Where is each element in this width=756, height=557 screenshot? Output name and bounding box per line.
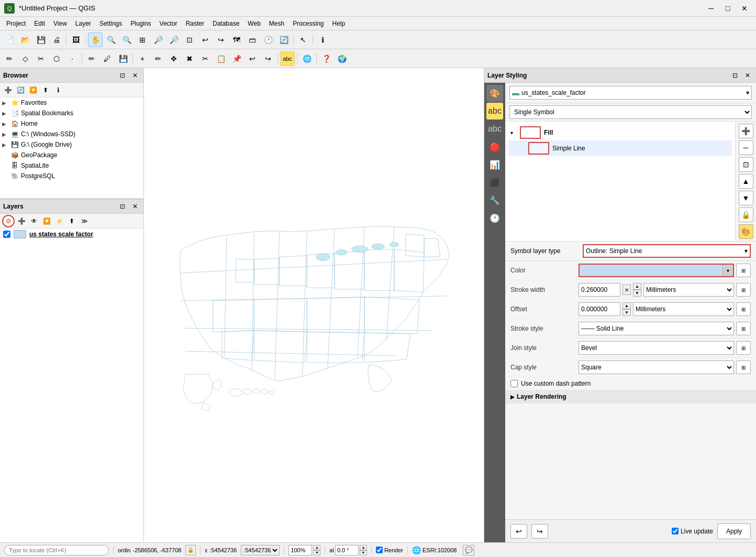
stroke-width-override-btn[interactable]: ⊞ [736,283,751,297]
styling-diagram-btn[interactable]: 📊 [486,156,503,173]
offset-down-btn[interactable]: ▼ [622,309,631,316]
digitize-btn[interactable]: ✏ [2,51,17,66]
custom-dash-checkbox[interactable] [510,380,518,387]
undo-edit-btn[interactable]: ↩ [245,51,260,66]
layers-open-style-btn[interactable]: ⚙ [2,215,15,227]
styling-fields-btn[interactable]: ⬛ [486,174,503,191]
styling-rendering-btn[interactable]: 🔧 [486,192,503,209]
coord-lock-btn[interactable]: 🔒 [185,545,196,555]
stroke-style-select[interactable]: ─── Solid Line - - - Dash Line ··· Dot L… [579,322,734,335]
rotation-input[interactable] [335,545,359,555]
menu-raster[interactable]: Raster [182,19,208,28]
layers-filter-btn[interactable]: 🔽 [41,215,52,227]
move-down-sym-btn[interactable]: ▼ [739,191,753,205]
layer-item-us-states[interactable]: us states scale factor [0,228,143,240]
move-btn[interactable]: ✥ [166,51,181,66]
layers-filter2-btn[interactable]: ⚡ [53,215,65,227]
layers-float-btn[interactable]: ⊡ [117,201,128,212]
symbol-type-select[interactable]: Single Symbol Categorized Graduated Rule… [509,105,752,119]
stroke-width-clear-btn[interactable]: ✕ [622,285,631,295]
styling-close-btn[interactable]: ✕ [742,70,753,81]
messages-btn[interactable]: 💬 [463,545,474,555]
minimize-button[interactable]: ─ [704,3,718,14]
styling-temporal-btn[interactable]: 🕐 [486,210,503,226]
locate-input[interactable] [4,545,109,555]
redo-edit-btn[interactable]: ↪ [261,51,275,66]
zoom-input[interactable] [288,545,312,555]
layer-actions-btn[interactable]: 🌐 [299,51,314,66]
save-as-btn[interactable]: 🖨 [49,32,64,47]
offset-up-btn[interactable]: ▲ [622,302,631,309]
stroke-down-btn[interactable]: ▼ [633,290,641,297]
rotation-down-btn[interactable]: ▼ [360,550,367,555]
layer-visibility-checkbox[interactable] [3,231,10,238]
apply-button[interactable]: Apply [717,523,751,539]
tree-favorites[interactable]: ▶ ⭐ Favorites [0,97,143,108]
time-btn[interactable]: 🕐 [261,32,275,47]
menu-layer[interactable]: Layer [71,19,95,28]
tile-scale-btn[interactable]: 🗃 [245,32,260,47]
stroke-up-btn[interactable]: ▲ [633,283,641,290]
cap-style-override-btn[interactable]: ⊞ [736,361,751,374]
menu-project[interactable]: Project [2,19,30,28]
cut-btn[interactable]: ✂ [198,51,213,66]
color-override-btn[interactable]: ⊞ [736,264,751,277]
open-project-btn[interactable]: 📂 [18,32,32,47]
zoom-layer-btn[interactable]: 🔎 [166,32,181,47]
browser-close-btn[interactable]: ✕ [130,70,140,81]
join-style-override-btn[interactable]: ⊞ [736,341,751,355]
offset-input[interactable] [579,302,620,316]
delete-btn[interactable]: ✖ [182,51,197,66]
save-edit-btn[interactable]: 💾 [116,51,130,66]
stroke-width-unit-select[interactable]: Millimeters Points Pixels [643,283,734,297]
tree-g-drive[interactable]: ▶ 💾 G:\ (Google Drive) [0,139,143,150]
menu-settings[interactable]: Settings [95,19,126,28]
rubber-band-btn[interactable]: ⊞ [135,32,150,47]
tree-spatialite[interactable]: 🗄 SpatiaLite [0,160,143,171]
color-picker[interactable]: ▾ [579,264,734,277]
print-layout-btn[interactable]: 🖼 [69,32,83,47]
styling-paint-btn[interactable]: 🎨 [486,85,503,102]
zoom-up-btn[interactable]: ▲ [313,545,320,550]
globe-btn[interactable]: 🌍 [335,51,349,66]
lock-sym-btn[interactable]: 🔒 [739,207,753,222]
fill-item[interactable]: ▾ Fill [508,125,732,140]
menu-web[interactable]: Web [243,19,264,28]
browser-refresh-btn[interactable]: 🔄 [15,84,26,96]
tree-home[interactable]: ▶ 🏠 Home [0,118,143,129]
live-update-checkbox[interactable] [672,528,679,534]
help-btn[interactable]: ❓ [319,51,333,66]
zoom-out-btn[interactable]: 🔍 [119,32,134,47]
add-sym-btn[interactable]: ➕ [739,124,753,138]
offset-unit-select[interactable]: Millimeters Points Pixels [633,302,734,316]
stroke-width-input[interactable] [579,283,620,297]
layers-show-btn[interactable]: 👁 [28,215,40,227]
browser-float-btn[interactable]: ⊡ [117,70,128,81]
offset-override-btn[interactable]: ⊞ [736,302,751,316]
styling-float-btn[interactable]: ⊡ [730,70,740,81]
point-btn[interactable]: · [65,51,80,66]
new-project-btn[interactable]: 📄 [2,32,17,47]
close-button[interactable]: ✕ [737,3,752,14]
tree-c-drive[interactable]: ▶ 💻 C:\ (Windows-SSD) [0,129,143,139]
select-btn[interactable]: ↖ [296,32,310,47]
refresh2-btn[interactable]: 🔄 [276,32,291,47]
scale-select[interactable]: :54542736 [241,545,280,555]
move-up-sym-btn[interactable]: ▲ [739,174,753,189]
redo-styling-btn[interactable]: ↪ [531,524,548,539]
polygon-btn[interactable]: ⬡ [49,51,64,66]
sym-layer-type-dropdown[interactable]: Outline: Simple Line ▾ [583,244,751,258]
layers-more-btn[interactable]: ≫ [79,215,90,227]
save-project-btn[interactable]: 💾 [34,32,48,47]
rotation-up-btn[interactable]: ▲ [360,545,367,550]
pan-btn[interactable]: ✋ [88,32,103,47]
tree-geopackage[interactable]: 📦 GeoPackage [0,150,143,160]
styling-label2-btn[interactable]: abc [486,121,503,137]
zoom-next-btn[interactable]: ↪ [214,32,228,47]
simple-line-item[interactable]: Simple Line [508,140,732,156]
color-sym-btn[interactable]: 🎨 [739,224,753,239]
zoom-in-btn[interactable]: 🔍 [104,32,118,47]
color-dropdown-btn[interactable]: ▾ [722,265,733,276]
dup-sym-btn[interactable]: ⊡ [739,157,753,172]
refresh-btn[interactable]: 🗺 [229,32,244,47]
